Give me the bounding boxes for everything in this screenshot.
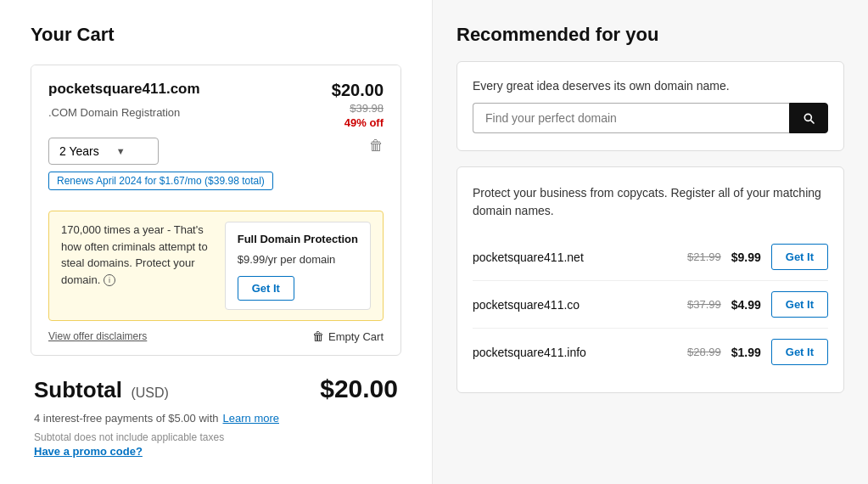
copycats-card: Protect your business from copycats. Reg… [456,166,844,393]
subtotal-row: Subtotal (USD) $20.00 [34,374,398,403]
cart-card: pocketsquare411.com .COM Domain Registra… [31,65,401,356]
domain-search-input[interactable] [473,103,789,133]
trash-icon[interactable]: 🗑 [369,138,384,155]
right-panel: Recommended for you Every great idea des… [433,0,868,484]
chevron-down-icon: ▼ [116,146,126,156]
promo-banner: 170,000 times a year - That's how often … [48,211,384,321]
installment-row: 4 interest-free payments of $5.00 with L… [34,412,398,425]
trash-icon-wrap: 🗑 [369,138,384,155]
info-icon[interactable]: i [104,274,115,286]
fdp-label: Full Domain Protection [238,231,358,248]
page-title: Your Cart [31,24,401,46]
suggest-price-col-2: $28.99 $1.99 Get It [687,339,828,365]
search-icon [802,111,815,125]
domain-search-card: Every great idea deserves its own domain… [456,61,844,151]
suggest-price-col-0: $21.99 $9.99 Get It [687,244,828,270]
subtotal-amount: $20.00 [320,374,398,403]
left-panel: Your Cart pocketsquare411.com .COM Domai… [0,0,433,484]
registration-label: .COM Domain Registration [48,106,273,119]
list-item: pocketsquare411.info $28.99 $1.99 Get It [473,329,828,375]
search-tagline: Every great idea deserves its own domain… [473,79,828,93]
promo-text: 170,000 times a year - That's how often … [61,222,215,288]
subtotal-label-wrap: Subtotal (USD) [34,377,169,403]
suggest-price-col-1: $37.99 $4.99 Get It [687,291,828,318]
get-it-button-0[interactable]: Get It [771,244,828,270]
suggest-new-1: $4.99 [731,298,761,312]
price-off: 49% off [344,116,384,129]
installment-text: 4 interest-free payments of $5.00 with [34,412,219,425]
cart-card-inner: pocketsquare411.com .COM Domain Registra… [31,65,400,200]
subtotal-label: Subtotal [34,377,122,402]
fdp-get-it-button[interactable]: Get It [238,276,294,301]
domain-row: pocketsquare411.com .COM Domain Registra… [48,81,384,190]
right-title: Recommended for you [456,24,844,46]
tax-note: Subtotal does not include applicable tax… [34,431,398,443]
suggest-was-1: $37.99 [687,298,721,311]
view-disclaimers-link[interactable]: View offer disclaimers [48,330,147,342]
price-column: $20.00 $39.98 49% off 🗑 [332,81,384,155]
years-select[interactable]: 2 Years ▼ [48,138,159,165]
domain-name: pocketsquare411.com [48,81,273,98]
suggest-new-0: $9.99 [731,250,761,264]
promo-code-link[interactable]: Have a promo code? [34,445,398,458]
get-it-button-2[interactable]: Get It [771,339,828,365]
full-domain-protection-box: Full Domain Protection $9.99/yr per doma… [225,222,371,310]
empty-cart-button[interactable]: 🗑 Empty Cart [312,329,384,343]
trash-empty-icon: 🗑 [312,329,324,343]
renews-badge: Renews April 2024 for $1.67/mo ($39.98 t… [48,172,273,190]
years-select-wrap: pocketsquare411.com .COM Domain Registra… [48,81,273,190]
suggest-domain-2: pocketsquare411.info [473,346,586,359]
list-item: pocketsquare411.co $37.99 $4.99 Get It [473,281,828,329]
price-current: $20.00 [332,81,384,100]
domain-search-row [473,103,828,133]
get-it-button-1[interactable]: Get It [771,291,828,318]
cart-footer: View offer disclaimers 🗑 Empty Cart [31,321,400,355]
price-was: $39.98 [350,102,384,115]
subtotal-usd: (USD) [131,386,168,400]
years-value: 2 Years [59,144,99,158]
learn-more-link[interactable]: Learn more [223,412,279,425]
domain-search-button[interactable] [789,103,828,133]
list-item: pocketsquare411.net $21.99 $9.99 Get It [473,234,828,281]
subtotal-section: Subtotal (USD) $20.00 4 interest-free pa… [31,374,401,458]
copycats-tagline: Protect your business from copycats. Reg… [473,184,828,220]
suggest-new-2: $1.99 [731,346,761,359]
suggest-was-2: $28.99 [687,346,721,358]
suggest-domain-1: pocketsquare411.co [473,298,580,312]
suggest-was-0: $21.99 [687,250,721,263]
fdp-price: $9.99/yr per domain [238,251,336,268]
suggest-domain-0: pocketsquare411.net [473,250,584,264]
